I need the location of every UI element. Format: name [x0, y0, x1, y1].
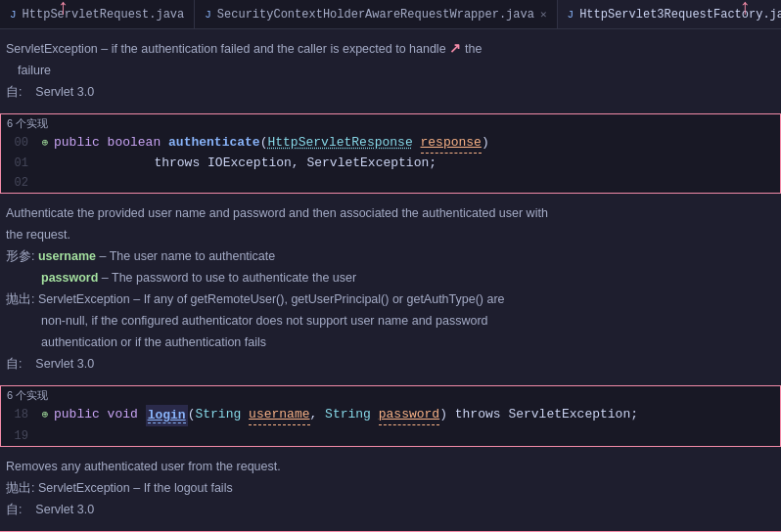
tab-icon-java3: J: [568, 9, 574, 21]
doc-param-password: password – The password to use to authen…: [6, 268, 771, 288]
doc-throws-logout: 抛出: ServletException – If the logout fai…: [6, 478, 771, 498]
doc-since-3: 自: Servlet 3.0: [6, 500, 771, 519]
doc-throws-3: authentication or if the authentication …: [6, 332, 771, 352]
code-line-00: 00 ⊕ public boolean authenticate(HttpSer…: [1, 133, 780, 154]
doc-line: failure: [6, 61, 771, 80]
doc-line: ServletException – if the authentication…: [6, 37, 771, 59]
doc-line-logout: Removes any authenticated user from the …: [6, 457, 771, 476]
tab-httpservlet3[interactable]: J HttpServlet3RequestFactory.java ✕: [558, 0, 781, 28]
tab-close-2[interactable]: ✕: [540, 8, 547, 21]
doc-block-3: Removes any authenticated user from the …: [0, 449, 781, 529]
tab-icon-java: J: [10, 9, 17, 21]
impl-label-2: 6 个实现: [1, 386, 780, 405]
doc-since-2: 自: Servlet 3.0: [6, 354, 771, 374]
doc-block-2: Authenticate the provided user name and …: [0, 196, 781, 383]
code-block-authenticate: 6 个实现 00 ⊕ public boolean authenticate(H…: [0, 113, 781, 194]
content-area: ServletException – if the authentication…: [0, 29, 781, 532]
tab-bar: J HttpServletRequest.java J SecurityCont…: [0, 0, 781, 29]
doc-throws-1: 抛出: ServletException – If any of getRemo…: [6, 289, 771, 309]
code-line-02: 02: [1, 173, 780, 193]
tab-label3: HttpServlet3RequestFactory.java: [579, 8, 781, 22]
scrollable-content: ServletException – if the authentication…: [0, 29, 781, 532]
doc-block-1: ServletException – if the authentication…: [0, 29, 781, 111]
tab-httpservletrequest[interactable]: J HttpServletRequest.java: [0, 0, 195, 28]
doc-line-auth2: the request.: [6, 225, 771, 244]
doc-line-since: 自: Servlet 3.0: [6, 82, 771, 102]
tab-label: HttpServletRequest.java: [23, 8, 185, 22]
main-layout: ↑ ↑ J HttpServletRequest.java J Security…: [0, 0, 781, 532]
doc-param-username: 形参: username – The user name to authenti…: [6, 246, 771, 266]
code-block-login: 6 个实现 18 ⊕ public void login(String user…: [0, 385, 781, 447]
impl-label-1: 6 个实现: [1, 114, 780, 133]
tab-bar-wrapper: ↑ ↑ J HttpServletRequest.java J Security…: [0, 0, 781, 29]
doc-throws-2: non-null, if the configured authenticato…: [6, 311, 771, 331]
tab-label2: SecurityContextHolderAwareRequestWrapper…: [217, 8, 534, 22]
tab-securitycontext[interactable]: J SecurityContextHolderAwareRequestWrapp…: [195, 0, 557, 28]
code-line-19: 19: [1, 426, 780, 446]
doc-line-auth: Authenticate the provided user name and …: [6, 203, 771, 223]
code-line-01: 01 throws IOException, ServletException;: [1, 154, 780, 173]
tab-icon-java2: J: [205, 9, 211, 21]
code-line-18: 18 ⊕ public void login(String username, …: [1, 405, 780, 426]
